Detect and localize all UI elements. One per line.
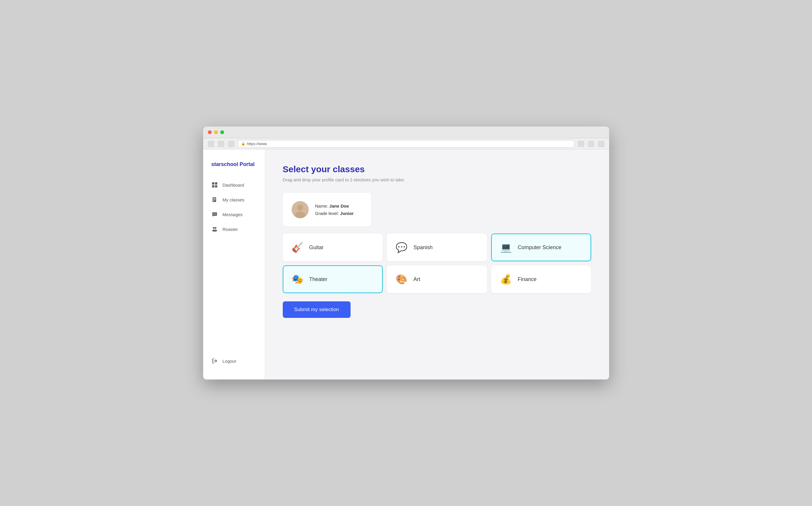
name-value: Jane Doe (329, 203, 349, 208)
class-grid: 🎸 Guitar 💬 Spanish 💻 Computer Science 🎭 … (283, 234, 592, 293)
browser-window: 🔒 https://www. starschool Portal (203, 126, 609, 380)
profile-info: Name: Jane Doe Grade level: Junior (315, 203, 354, 216)
maximize-button[interactable] (220, 130, 224, 134)
main-content: Select your classes Drag and drop your p… (265, 150, 609, 380)
dashboard-icon (211, 182, 218, 188)
tabs-button[interactable] (588, 141, 595, 147)
sidebar-nav: Dashboard My classes (203, 178, 265, 348)
sidebar-logout-label: Logout (222, 358, 236, 363)
spanish-emoji: 💬 (396, 242, 408, 253)
computer-science-name: Computer Science (518, 244, 561, 251)
grade-label: Grade level: (315, 211, 339, 216)
profile-name: Name: Jane Doe (315, 203, 354, 208)
sidebar-dashboard-label: Dashboard (222, 182, 244, 187)
art-name: Art (414, 276, 420, 282)
share-button[interactable] (598, 141, 605, 147)
computer-science-emoji: 💻 (500, 242, 512, 253)
browser-body: starschool Portal Dashboard (203, 150, 609, 380)
close-button[interactable] (208, 130, 212, 134)
refresh-button[interactable] (228, 141, 235, 147)
svg-point-19 (297, 204, 303, 210)
theater-emoji: 🎭 (292, 274, 303, 285)
chat-icon (211, 211, 218, 218)
svg-rect-6 (213, 199, 215, 200)
svg-point-13 (213, 227, 215, 229)
sidebar-roaster-label: Roaster (222, 227, 238, 232)
svg-rect-1 (215, 182, 217, 185)
svg-rect-3 (215, 185, 217, 187)
svg-point-11 (214, 214, 215, 215)
art-emoji: 🎨 (396, 274, 408, 285)
book-icon (211, 196, 218, 203)
sidebar-messages-label: Messages (222, 212, 243, 217)
finance-emoji: 💰 (500, 274, 512, 285)
logout-icon (211, 358, 218, 364)
svg-point-16 (214, 230, 217, 232)
profile-card[interactable]: Name: Jane Doe Grade level: Junior (283, 193, 371, 227)
svg-rect-0 (212, 182, 214, 185)
spanish-name: Spanish (414, 244, 433, 251)
sidebar-bottom: Logout (203, 348, 265, 373)
menu-button[interactable] (578, 141, 584, 147)
back-button[interactable] (208, 141, 214, 147)
sidebar-logo: starschool Portal (203, 161, 265, 178)
people-icon (211, 226, 218, 232)
svg-marker-9 (212, 216, 214, 217)
avatar (292, 201, 309, 218)
browser-toolbar: 🔒 https://www. (203, 138, 609, 150)
name-label: Name: (315, 203, 328, 208)
theater-name: Theater (309, 276, 328, 282)
address-bar[interactable]: 🔒 https://www. (238, 140, 574, 148)
sidebar-item-logout[interactable]: Logout (211, 354, 257, 368)
class-card-guitar[interactable]: 🎸 Guitar (283, 234, 383, 261)
class-card-theater[interactable]: 🎭 Theater (283, 265, 383, 293)
sidebar-item-messages[interactable]: Messages (203, 207, 265, 221)
sidebar-item-my-classes[interactable]: My classes (203, 193, 265, 206)
page-title: Select your classes (283, 164, 592, 174)
svg-point-10 (213, 214, 213, 215)
guitar-name: Guitar (309, 244, 324, 251)
sidebar-item-dashboard[interactable]: Dashboard (203, 178, 265, 192)
sidebar-item-roaster[interactable]: Roaster (203, 222, 265, 236)
sidebar: starschool Portal Dashboard (203, 150, 265, 380)
forward-button[interactable] (218, 141, 224, 147)
lock-icon: 🔒 (241, 142, 245, 146)
svg-point-14 (215, 227, 216, 229)
grade-value: Junior (340, 211, 354, 216)
profile-grade: Grade level: Junior (315, 211, 354, 216)
class-card-art[interactable]: 🎨 Art (387, 265, 487, 293)
minimize-button[interactable] (214, 130, 218, 134)
page-subtitle: Drag and drop your profile card to 2 ele… (283, 177, 592, 182)
url-text: https://www. (247, 142, 268, 146)
guitar-emoji: 🎸 (292, 242, 303, 253)
browser-titlebar (203, 126, 609, 138)
class-card-spanish[interactable]: 💬 Spanish (387, 234, 487, 261)
finance-name: Finance (518, 276, 537, 282)
sidebar-my-classes-label: My classes (222, 197, 245, 202)
svg-rect-2 (212, 185, 214, 187)
svg-rect-7 (213, 200, 215, 201)
svg-point-12 (215, 214, 216, 215)
class-card-finance[interactable]: 💰 Finance (491, 265, 592, 293)
submit-button[interactable]: Submit my selection (283, 302, 351, 318)
class-card-computer-science[interactable]: 💻 Computer Science (491, 234, 592, 261)
svg-rect-5 (213, 198, 215, 199)
